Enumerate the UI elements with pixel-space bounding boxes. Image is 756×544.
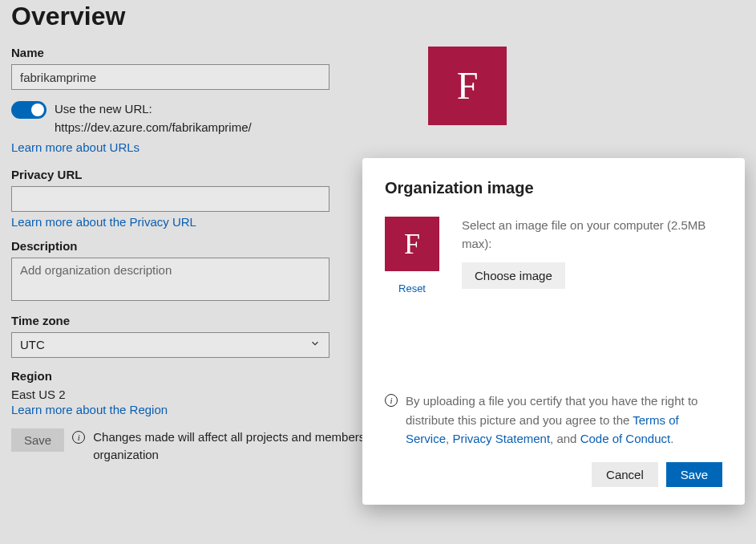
page-title: Overview	[11, 0, 745, 31]
region-learn-more-link[interactable]: Learn more about the Region	[11, 403, 168, 416]
save-button[interactable]: Save	[11, 428, 64, 452]
chevron-down-icon	[309, 338, 321, 351]
reset-link[interactable]: Reset	[398, 282, 426, 294]
select-image-hint: Select an image file on your computer (2…	[462, 217, 722, 253]
timezone-select[interactable]: UTC	[11, 332, 329, 358]
code-of-conduct-link[interactable]: Code of Conduct	[580, 432, 671, 445]
url-learn-more-link[interactable]: Learn more about URLs	[11, 140, 139, 154]
info-icon: i	[385, 394, 398, 407]
cancel-button[interactable]: Cancel	[592, 462, 658, 487]
privacy-learn-more-link[interactable]: Learn more about the Privacy URL	[11, 215, 196, 229]
url-toggle[interactable]	[11, 101, 46, 119]
org-avatar-letter: F	[457, 67, 479, 105]
description-textarea[interactable]	[11, 258, 329, 301]
info-icon: i	[72, 431, 85, 444]
dialog-save-button[interactable]: Save	[666, 462, 722, 487]
privacy-statement-link[interactable]: Privacy Statement	[452, 432, 550, 445]
dialog-avatar-letter: F	[404, 229, 420, 258]
name-label: Name	[11, 46, 745, 59]
name-input[interactable]	[11, 64, 329, 90]
url-toggle-text: Use the new URL: https://dev.azure.com/f…	[55, 99, 348, 137]
choose-image-button[interactable]: Choose image	[462, 262, 565, 289]
organization-image-dialog: Organization image F Reset Select an ima…	[362, 158, 745, 505]
timezone-value: UTC	[20, 338, 45, 351]
org-avatar[interactable]: F	[428, 47, 507, 125]
dialog-title: Organization image	[385, 179, 722, 197]
privacy-input[interactable]	[11, 186, 329, 212]
dialog-avatar: F	[385, 217, 439, 271]
legal-text: By uploading a file you certify that you…	[406, 392, 722, 448]
